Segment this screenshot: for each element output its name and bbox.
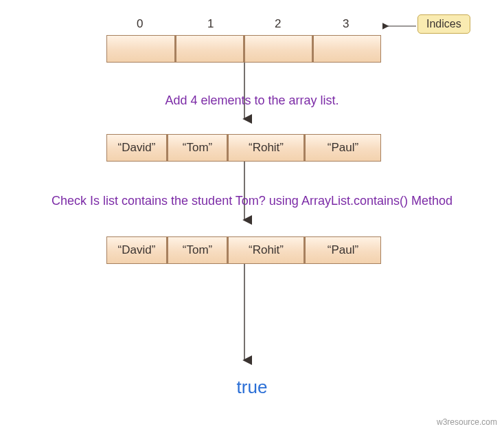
array-row-filled-2: “David” “Tom” “Rohit” “Paul” <box>106 236 381 264</box>
index-2: 2 <box>275 17 281 31</box>
caption-check-contains: Check Is list contains the student Tom? … <box>0 194 504 208</box>
caption-add-elements: Add 4 elements to the array list. <box>0 93 504 108</box>
cell-r3-1: “Tom” <box>167 236 227 264</box>
indices-callout: Indices <box>417 14 470 34</box>
diagram-canvas: { "indices_label": "Indices", "indices":… <box>0 0 504 431</box>
watermark: w3resource.com <box>437 417 497 427</box>
index-0: 0 <box>137 17 143 31</box>
arrow-down-3 <box>240 264 249 367</box>
cell-r2-0: “David” <box>106 134 167 162</box>
array-row-empty <box>106 35 381 63</box>
cell-r2-2: “Rohit” <box>227 134 304 162</box>
cell-empty-2 <box>244 35 312 63</box>
index-1: 1 <box>207 17 214 31</box>
index-3: 3 <box>343 17 349 31</box>
cell-r2-3: “Paul” <box>304 134 381 162</box>
cell-empty-0 <box>106 35 175 63</box>
cell-r3-3: “Paul” <box>304 236 381 264</box>
cell-empty-1 <box>175 35 244 63</box>
result-value: true <box>0 377 504 398</box>
array-row-filled-1: “David” “Tom” “Rohit” “Paul” <box>106 134 381 162</box>
cell-r3-2: “Rohit” <box>227 236 304 264</box>
cell-r2-1: “Tom” <box>167 134 227 162</box>
cell-empty-3 <box>312 35 381 63</box>
arrow-indices <box>383 22 417 30</box>
cell-r3-0: “David” <box>106 236 167 264</box>
